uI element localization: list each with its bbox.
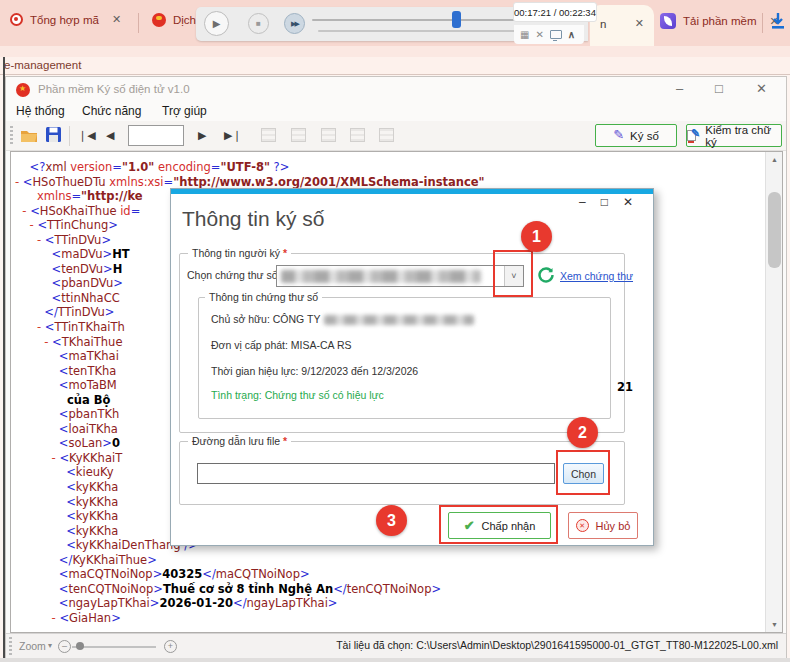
app-maximize-button[interactable]: □	[715, 81, 723, 96]
browser-tab-strip: Tổng hợp mã ✕ Dịch Vụ Côn n ✕ ▶ ■ ▶▶ 00:…	[0, 0, 790, 46]
view-layout-icon-1[interactable]	[261, 128, 276, 142]
nav-first-button[interactable]: ❘◀	[78, 129, 96, 142]
screen: Tổng hợp mã ✕ Dịch Vụ Côn n ✕ ▶ ■ ▶▶ 00:…	[0, 0, 790, 662]
xml-line: <?xml version="1.0" encoding="UTF-8" ?>	[15, 160, 485, 175]
view-certificate-link[interactable]: Xem chứng thư	[560, 270, 633, 282]
tab-label: Tổng hợp mã	[30, 14, 99, 26]
tab-divider	[138, 13, 139, 33]
xml-line: <tenCQTNoiNop>Thuế cơ sở 8 tỉnh Nghệ An<…	[15, 582, 485, 597]
highlight-rect-accept-button	[439, 505, 558, 544]
tab-active[interactable]: n ✕	[590, 5, 654, 46]
xml-line: - <GiaHan>	[15, 611, 485, 626]
view-layout-icon-5[interactable]	[379, 128, 394, 142]
xml-line: - <HSoThueDTu xmlns:xsi="http://www.w3.o…	[15, 175, 485, 190]
tab-label: Tải phần mềm	[683, 15, 757, 27]
cert-owner-text: Chủ sở hữu: CÔNG TY	[211, 313, 320, 325]
minus-icon: –	[62, 642, 67, 651]
tab-tong-hop-ma[interactable]: Tổng hợp mã ✕	[10, 13, 121, 26]
app-title-bar[interactable]: Phần mềm Ký số điện tử v1.0 – □ ✕	[6, 77, 786, 103]
statusbar-grip	[9, 637, 12, 655]
nav-last-button[interactable]: ▶❘	[224, 129, 242, 142]
save-icon[interactable]	[46, 127, 61, 142]
scroll-down-icon[interactable]: ▼	[766, 621, 783, 628]
signer-group-label: Thông tin người ký	[192, 247, 280, 259]
required-asterisk: *	[283, 247, 287, 259]
xml-line: <maCQTNoiNop>40325</maCQTNoiNop>	[15, 567, 485, 582]
media-secondary-track[interactable]	[318, 30, 523, 32]
url-hint-text: e-management	[4, 59, 81, 71]
zoom-slider-handle[interactable]	[76, 642, 84, 650]
xml-fragment-right: 21	[617, 380, 633, 394]
toolbar-grip	[10, 126, 13, 146]
scrollbar-thumb[interactable]	[768, 192, 781, 268]
monitor-icon[interactable]	[550, 30, 562, 39]
step-badge-3: 3	[376, 505, 407, 536]
app-minimize-button[interactable]: –	[676, 81, 683, 96]
zoom-label: Zoom	[19, 640, 46, 652]
app-close-button[interactable]: ✕	[756, 81, 767, 96]
url-hint-bar: e-management	[0, 57, 790, 75]
page-number-input[interactable]	[128, 125, 184, 146]
menu-bar: Hệ thống Chức năng Trợ giúp	[6, 103, 786, 121]
fast-forward-button[interactable]: ▶▶	[284, 13, 305, 34]
save-path-input[interactable]	[197, 463, 555, 484]
step-badge-2: 2	[567, 417, 598, 448]
fast-forward-icon: ▶▶	[291, 20, 298, 28]
tab-divider	[762, 13, 763, 33]
download-icon[interactable]	[770, 12, 786, 30]
view-layout-icon-2[interactable]	[291, 128, 306, 142]
play-icon: ▶	[213, 18, 221, 29]
tab-label: n	[600, 18, 606, 30]
dialog-maximize-button[interactable]: □	[601, 195, 608, 209]
emblem-favicon	[152, 13, 166, 27]
zoom-slider-track[interactable]	[72, 646, 156, 648]
dialog-accent-bar	[171, 189, 653, 194]
close-icon[interactable]: ✕	[535, 30, 543, 40]
play-button[interactable]: ▶	[204, 11, 229, 36]
nav-next-button[interactable]: ▶	[198, 129, 206, 142]
cancel-circle-x-icon: ✕	[576, 519, 589, 532]
menu-item-tro-giup[interactable]: Trợ giúp	[162, 104, 207, 118]
tab-close-icon[interactable]: ✕	[635, 17, 644, 30]
open-file-icon[interactable]	[20, 127, 38, 143]
zoom-caret-icon[interactable]: ▾	[48, 641, 52, 650]
cancel-button[interactable]: ✕ Hủy bỏ	[568, 512, 638, 539]
zoom-out-button[interactable]: –	[58, 640, 71, 653]
red-ring-favicon	[10, 13, 23, 26]
verify-signature-icon: ✎	[687, 129, 699, 142]
nav-prev-button[interactable]: ◀	[106, 129, 114, 142]
app-title: Phần mềm Ký số điện tử v1.0	[38, 83, 190, 95]
stop-icon: ■	[256, 19, 261, 28]
xml-line: </KyKKhaiThue>	[15, 553, 485, 568]
selected-document-path: Tài liệu đã chọn: C:\Users\Admin\Desktop…	[336, 639, 778, 651]
path-group-label: Đường dẫn lưu file	[192, 435, 280, 447]
chevron-up-icon[interactable]: ∧	[568, 30, 575, 40]
highlight-rect-combo-arrow	[493, 250, 533, 297]
scroll-up-icon[interactable]: ▲	[766, 156, 783, 163]
sign-button-label: Ký số	[630, 130, 659, 142]
certificate-combobox[interactable]: ˅	[276, 265, 524, 287]
tab-tai-phan-mem[interactable]: Tải phần mềm ✕	[660, 13, 779, 29]
media-slider-handle[interactable]	[452, 11, 461, 28]
window-bottom-edge	[0, 658, 790, 662]
cert-owner-line: Chủ sở hữu: CÔNG TY	[211, 313, 474, 325]
vertical-scrollbar[interactable]: ▲ ▼	[765, 152, 782, 632]
dialog-window-controls: – □ ✕	[579, 195, 633, 209]
dialog-minimize-button[interactable]: –	[579, 195, 586, 209]
sign-button[interactable]: ✎ Ký số	[595, 124, 677, 147]
purple-app-favicon	[660, 13, 676, 29]
zoom-in-button[interactable]: +	[164, 640, 177, 653]
view-layout-icon-4[interactable]	[350, 128, 365, 142]
stop-button[interactable]: ■	[248, 13, 269, 34]
view-layout-icon-3[interactable]	[321, 128, 336, 142]
app-emblem-icon	[16, 83, 30, 97]
plus-icon: +	[168, 642, 173, 651]
dialog-close-button[interactable]: ✕	[623, 195, 633, 209]
menu-item-chuc-nang[interactable]: Chức năng	[82, 104, 141, 118]
refresh-icon[interactable]	[537, 266, 555, 284]
tab-close-icon[interactable]: ✕	[112, 13, 121, 26]
verify-signature-button[interactable]: ✎ Kiểm tra chữ ký	[686, 124, 782, 147]
menu-item-he-thong[interactable]: Hệ thống	[16, 104, 65, 118]
cert-issuer-line: Đơn vị cấp phát: MISA-CA RS	[211, 339, 352, 351]
grid-icon[interactable]: ▦	[520, 30, 529, 40]
